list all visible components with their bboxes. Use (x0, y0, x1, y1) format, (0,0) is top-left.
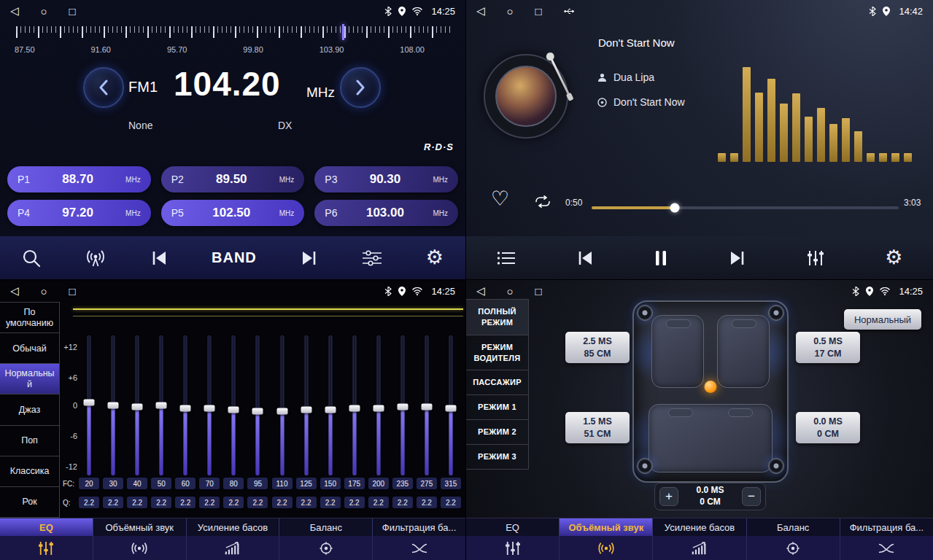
recents-button[interactable]: □ (69, 5, 76, 18)
surround-icon[interactable] (93, 536, 187, 560)
repeat-button[interactable] (533, 195, 552, 208)
eq-band-slider[interactable] (79, 335, 99, 475)
eq-band-slider[interactable] (223, 335, 244, 475)
preset-button-3[interactable]: P390.30MHz (314, 166, 458, 192)
next-track-button[interactable] (729, 250, 746, 266)
eq-band-slider[interactable] (441, 335, 461, 475)
eq-band-slider[interactable] (417, 335, 437, 475)
home-button[interactable]: ○ (41, 285, 47, 298)
slider-handle[interactable] (156, 402, 167, 409)
back-button[interactable]: ◁ (10, 4, 19, 18)
recents-button[interactable]: □ (535, 5, 542, 18)
bass-boost-icon[interactable] (187, 536, 280, 560)
listening-position-marker[interactable] (705, 381, 717, 393)
slider-handle[interactable] (84, 400, 95, 406)
mode-passenger[interactable]: ПАССАЖИР (466, 370, 528, 395)
previous-station-button[interactable] (150, 250, 168, 266)
slider-handle[interactable] (445, 405, 456, 411)
eq-band-slider[interactable] (151, 335, 171, 475)
eq-preset-rock[interactable]: Рок (0, 487, 59, 518)
mixer-button[interactable] (807, 250, 824, 266)
slider-handle[interactable] (421, 403, 432, 410)
mode-3[interactable]: РЕЖИМ 3 (466, 445, 528, 470)
balance-icon[interactable] (747, 536, 840, 560)
slider-handle[interactable] (397, 403, 408, 410)
recents-button[interactable]: □ (69, 285, 76, 298)
eq-preset-default[interactable]: По умолчанию (0, 303, 59, 333)
eq-preset-jazz[interactable]: Джаз (0, 394, 59, 425)
eq-band-slider[interactable] (296, 335, 317, 475)
filter-icon[interactable] (373, 536, 465, 560)
equalizer-button[interactable] (362, 250, 382, 266)
eq-faders-icon[interactable] (466, 536, 560, 560)
tab-balance[interactable]: Баланс (747, 518, 840, 536)
pause-button[interactable] (654, 250, 667, 266)
tune-up-button[interactable] (340, 67, 381, 108)
tab-bass-boost[interactable]: Усиление басов (653, 518, 746, 536)
back-button[interactable]: ◁ (476, 284, 485, 298)
favorite-button[interactable]: ♡ (491, 187, 509, 211)
slider-handle[interactable] (276, 408, 287, 414)
surround-icon[interactable] (560, 536, 653, 560)
progress-bar[interactable] (592, 206, 899, 209)
settings-button[interactable]: ⚙ (885, 248, 902, 268)
next-station-button[interactable] (301, 250, 318, 266)
preset-button-5[interactable]: P5102.50MHz (161, 200, 305, 226)
slider-handle[interactable] (180, 405, 191, 411)
mode-driver[interactable]: РЕЖИМ ВОДИТЕЛЯ (466, 335, 528, 371)
tab-eq[interactable]: EQ (0, 518, 93, 536)
home-button[interactable]: ○ (507, 285, 514, 298)
slider-handle[interactable] (325, 406, 336, 413)
eq-preset-normal[interactable]: Нормальный (0, 364, 59, 394)
eq-band-slider[interactable] (175, 335, 195, 475)
recents-button[interactable]: □ (535, 285, 542, 298)
back-button[interactable]: ◁ (476, 4, 485, 18)
search-stations-button[interactable] (22, 249, 41, 268)
delay-decrease-button[interactable]: − (742, 487, 761, 506)
rear-right-delay[interactable]: 0.0 MS 0 CM (796, 412, 860, 443)
tune-down-button[interactable] (83, 67, 124, 108)
slider-handle[interactable] (373, 405, 384, 411)
broadcast-antenna-button[interactable] (85, 249, 107, 267)
tab-surround[interactable]: Объёмный звук (93, 518, 187, 536)
eq-preset-classic[interactable]: Классика (0, 456, 59, 487)
back-button[interactable]: ◁ (10, 284, 19, 298)
preset-button-4[interactable]: P497.20MHz (7, 200, 151, 226)
slider-handle[interactable] (132, 403, 143, 410)
eq-band-slider[interactable] (344, 335, 365, 475)
eq-band-slider[interactable] (368, 335, 389, 475)
eq-preset-pop[interactable]: Поп (0, 426, 59, 456)
mode-full[interactable]: ПОЛНЫЙ РЕЖИМ (466, 300, 528, 335)
slider-handle[interactable] (349, 405, 360, 411)
preset-button-6[interactable]: P6103.00MHz (314, 200, 458, 226)
mode-2[interactable]: РЕЖИМ 2 (466, 420, 528, 445)
frequency-scale[interactable] (16, 26, 451, 41)
playlist-button[interactable] (497, 251, 516, 265)
slider-handle[interactable] (228, 406, 239, 413)
tab-filter[interactable]: Фильтрация ба... (373, 518, 465, 536)
front-left-delay[interactable]: 2.5 MS 85 CM (565, 332, 630, 363)
slider-handle[interactable] (204, 405, 215, 411)
tab-balance[interactable]: Баланс (279, 518, 373, 536)
home-button[interactable]: ○ (41, 5, 47, 18)
front-right-delay[interactable]: 0.5 MS 17 CM (796, 332, 860, 363)
slider-handle[interactable] (108, 402, 119, 409)
eq-band-slider[interactable] (199, 335, 220, 475)
eq-preset-custom[interactable]: Обычай (0, 333, 59, 364)
eq-band-slider[interactable] (320, 335, 341, 475)
sound-preset-button[interactable]: Нормальный (844, 309, 921, 330)
slider-handle[interactable] (301, 406, 311, 413)
slider-handle[interactable] (252, 408, 263, 414)
tab-surround[interactable]: Объёмный звук (560, 518, 653, 536)
progress-thumb[interactable] (670, 203, 679, 213)
delay-increase-button[interactable]: + (659, 487, 678, 506)
rear-left-delay[interactable]: 1.5 MS 51 CM (565, 412, 630, 443)
filter-icon[interactable] (840, 536, 933, 560)
bass-boost-icon[interactable] (653, 536, 746, 560)
settings-button[interactable]: ⚙ (426, 248, 444, 268)
eq-band-slider[interactable] (103, 335, 123, 475)
home-button[interactable]: ○ (507, 5, 514, 18)
preset-button-2[interactable]: P289.50MHz (161, 166, 305, 192)
eq-band-slider[interactable] (247, 335, 268, 475)
tab-eq[interactable]: EQ (466, 518, 560, 536)
